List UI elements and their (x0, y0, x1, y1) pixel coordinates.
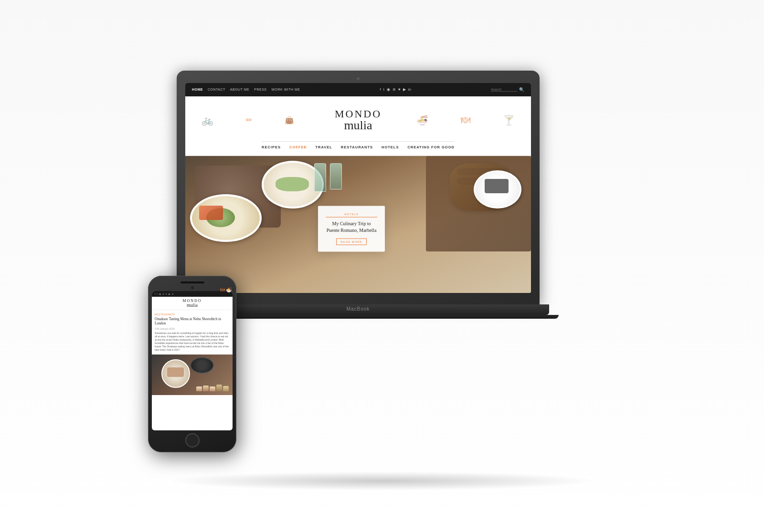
card-title: My Culinary Trip to Puente Romano, Marbe… (326, 220, 377, 234)
deco-bicycle: 🚲 (202, 115, 213, 126)
wood-board (426, 156, 531, 251)
sushi-2 (203, 386, 209, 391)
linkedin-icon[interactable]: in (408, 87, 411, 92)
logo-mulia: mulia (335, 118, 382, 133)
search-input[interactable] (491, 88, 517, 92)
food-greens-2 (276, 177, 309, 191)
deco-bowl: 🍜 (416, 115, 428, 126)
phone-article-category: RESTAURANTS (155, 313, 230, 316)
phone-pin-icon: ⊛ (162, 292, 164, 295)
nav-link-about[interactable]: ABOUT ME (230, 88, 249, 91)
phone-logo-area: MONDO mulia 🍽 🍜 (152, 297, 233, 310)
phone-camera (191, 286, 194, 289)
read-more-button[interactable]: READ MORE (336, 239, 366, 245)
laptop-screen: HOME CONTACT ABOUT ME PRESS WORK WITH ME… (185, 83, 531, 293)
heart-icon[interactable]: ♥ (398, 87, 401, 92)
phone-food-item (167, 367, 184, 377)
sushi-5 (223, 386, 229, 391)
phone-heart-icon: ♥ (166, 292, 167, 295)
phone-article: RESTAURANTS Omakase Tasting Menu at Nobu… (152, 310, 233, 355)
instagram-icon[interactable]: ◉ (387, 87, 390, 92)
web-social-icons: f t ◉ ⊛ ♥ ▶ in (380, 87, 411, 92)
card-category: HOTELS (326, 213, 377, 218)
web-logo-text: MONDO mulia (335, 108, 382, 133)
glass-2 (330, 163, 342, 189)
scene: HOME CONTACT ABOUT ME PRESS WORK WITH ME… (119, 52, 645, 481)
phone-ig-icon: ◉ (159, 292, 161, 295)
web-nav-links: HOME CONTACT ABOUT ME PRESS WORK WITH ME (192, 88, 300, 91)
sec-nav-hotels[interactable]: HOTELS (382, 145, 399, 149)
sec-nav-travel[interactable]: TRAVEL (315, 145, 332, 149)
web-hero-image: HOTELS My Culinary Trip to Puente Romano… (185, 156, 531, 293)
sushi-1 (196, 386, 202, 391)
pinterest-icon[interactable]: ⊛ (393, 87, 396, 92)
website: HOME CONTACT ABOUT ME PRESS WORK WITH ME… (185, 83, 531, 293)
glass-1 (314, 163, 326, 192)
phone-dark-plate (190, 357, 214, 374)
food-plate-1 (190, 194, 262, 242)
deco-plate: 🍽 (461, 115, 470, 125)
web-search-area[interactable]: 🔍 (491, 87, 524, 92)
deco-pencil: ✏ (246, 115, 252, 125)
phone-social-icons: f t ◉ ⊛ ♥ ▶ in (155, 292, 174, 295)
phone-screen: f t ◉ ⊛ ♥ ▶ in MONDO mulia (152, 291, 233, 430)
web-logo-section: 🚲 ✏ 👜 🍜 🍽 🍸 MONDO mulia (185, 96, 531, 156)
laptop-camera (357, 77, 360, 80)
sec-nav-restaurants[interactable]: RESTAURANTS (341, 145, 373, 149)
hero-article-card: HOTELS My Culinary Trip to Puente Romano… (318, 206, 385, 252)
phone-speaker (180, 282, 204, 283)
phone-home-button[interactable] (185, 433, 200, 448)
phone-logo-deco: 🍽 🍜 (220, 291, 232, 292)
phone-logo: MONDO mulia (182, 299, 202, 308)
deco-glass: 🍸 (503, 115, 515, 126)
search-icon[interactable]: 🔍 (519, 87, 524, 92)
phone-plate-visual (161, 359, 190, 388)
phone-deco-2: 🍜 (226, 291, 232, 292)
web-logo-area: 🚲 ✏ 👜 🍜 🍽 🍸 MONDO mulia (185, 101, 531, 139)
twitter-icon[interactable]: t (383, 87, 384, 92)
phone-li-icon: in (172, 292, 174, 295)
phone: f t ◉ ⊛ ♥ ▶ in MONDO mulia (148, 276, 236, 452)
phone-fb-icon: f (155, 292, 155, 295)
nav-link-contact[interactable]: CONTACT (208, 88, 225, 91)
laptop-body: HOME CONTACT ABOUT ME PRESS WORK WITH ME… (177, 71, 540, 304)
youtube-icon[interactable]: ▶ (403, 87, 406, 92)
sec-nav-recipes[interactable]: RECIPES (262, 145, 281, 149)
scene-shadow (167, 471, 597, 490)
phone-sushi-area (196, 385, 229, 391)
food-meat (199, 206, 223, 220)
phone-article-date: 17th January 2018 (155, 327, 230, 330)
nav-link-work[interactable]: WORK WITH ME (271, 88, 300, 91)
dark-food (485, 179, 509, 193)
facebook-icon[interactable]: f (380, 87, 381, 92)
sec-nav-coffee[interactable]: COFFEE (289, 145, 307, 149)
web-secondary-nav: RECIPES COFFEE TRAVEL RESTAURANTS HOTELS… (262, 141, 455, 153)
sec-nav-creating[interactable]: CREATING FOR GOOD (407, 145, 455, 149)
phone-body: f t ◉ ⊛ ♥ ▶ in MONDO mulia (148, 276, 236, 452)
phone-deco-1: 🍽 (220, 291, 225, 292)
phone-tw-icon: t (157, 292, 157, 295)
nav-link-home[interactable]: HOME (192, 88, 203, 91)
sushi-3 (210, 386, 215, 391)
phone-yt-icon: ▶ (169, 292, 170, 295)
web-topbar: HOME CONTACT ABOUT ME PRESS WORK WITH ME… (185, 83, 531, 96)
glasses-area (314, 163, 342, 192)
phone-logo-mulia: mulia (182, 303, 202, 308)
nav-link-press[interactable]: PRESS (254, 88, 266, 91)
white-plate (474, 170, 521, 209)
phone-article-text: Sometimes you wait for something to happ… (155, 332, 230, 352)
phone-article-title: Omakase Tasting Menu at Nobu Shoreditch … (155, 317, 230, 326)
sushi-4 (216, 385, 222, 391)
deco-bag: 👜 (285, 115, 294, 125)
phone-food-image (152, 355, 233, 395)
